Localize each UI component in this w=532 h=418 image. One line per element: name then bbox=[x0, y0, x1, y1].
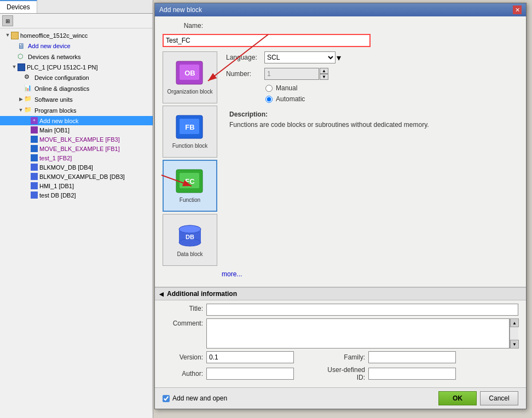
family-label: Family: bbox=[325, 353, 368, 361]
tree-item-add-new-block[interactable]: + Add new block bbox=[0, 116, 153, 125]
tree-arrow-blank bbox=[11, 43, 18, 49]
user-defined-id-input[interactable] bbox=[368, 368, 456, 380]
tree-container: ▼ homeoffice_1512c_wincc 🖥 Add new devic… bbox=[0, 28, 153, 414]
block-btn-fc[interactable]: FC Function bbox=[163, 160, 217, 212]
user-id-group: User-defined ID: bbox=[325, 366, 456, 381]
dialog-body: Name: OB Organizati bbox=[155, 16, 526, 285]
db-icon-tree bbox=[31, 164, 38, 171]
author-label: Author: bbox=[163, 370, 206, 378]
tree-item-move-blk-fb1[interactable]: MOVE_BLK_EXAMPLE [FB1] bbox=[0, 144, 153, 153]
tree-label-pb: Program blocks bbox=[34, 107, 76, 114]
ta-main bbox=[24, 127, 31, 133]
tree-item-root[interactable]: ▼ homeoffice_1512c_wincc bbox=[0, 31, 153, 40]
title-input[interactable] bbox=[206, 304, 518, 316]
family-input[interactable] bbox=[368, 351, 456, 363]
tree-label-main: Main [OB1] bbox=[39, 127, 70, 133]
version-group: Version: bbox=[163, 351, 294, 363]
fb-icon-tree3 bbox=[31, 154, 38, 161]
tree-item-devices-networks[interactable]: ⬡ Devices & networks bbox=[0, 51, 153, 62]
number-down-button[interactable]: ▼ bbox=[320, 74, 328, 80]
svg-text:FC: FC bbox=[185, 177, 195, 185]
comment-input[interactable] bbox=[206, 318, 510, 349]
fb-icon-tree2 bbox=[31, 145, 38, 152]
additional-header[interactable]: ◀ Additional information bbox=[155, 287, 526, 300]
dialog-titlebar: Add new block ✕ bbox=[155, 3, 526, 16]
folder-icon-su: 📁 bbox=[24, 95, 33, 104]
automatic-radio[interactable] bbox=[265, 96, 273, 103]
version-family-row: Version: Family: bbox=[163, 351, 518, 363]
number-row: Number: ▲ ▼ bbox=[226, 68, 518, 80]
manual-radio[interactable] bbox=[265, 85, 273, 92]
tree-label-anb[interactable]: Add new block bbox=[39, 118, 79, 124]
tree-label-td2: test DB [DB2] bbox=[39, 192, 76, 199]
add-new-open-label: Add new and open bbox=[172, 394, 227, 402]
toolbar-bar: ⊞ bbox=[0, 14, 153, 28]
tree-label-od: Online & diagnostics bbox=[34, 85, 89, 92]
tree-item-plc1[interactable]: ▼ PLC_1 [CPU 1512C-1 PN] bbox=[0, 62, 153, 72]
comment-row: Comment: ▲ ▼ bbox=[163, 318, 518, 349]
tree-label-dn: Devices & networks bbox=[28, 54, 81, 60]
block-types-area: OB Organization block FB Function bl bbox=[163, 51, 518, 266]
add-new-block-dialog: Add new block ✕ Name: O bbox=[154, 3, 527, 409]
language-label: Language: bbox=[226, 54, 264, 61]
block-list: OB Organization block FB Function bl bbox=[163, 51, 222, 266]
dialog-title: Add new block bbox=[159, 6, 202, 14]
lang-dropdown-arrow[interactable]: ▾ bbox=[337, 53, 341, 63]
folder-icon-pb: 📁 bbox=[24, 106, 33, 115]
name-input[interactable] bbox=[163, 34, 371, 47]
tab-devices[interactable]: Devices bbox=[0, 0, 37, 13]
ta-mb bbox=[24, 136, 31, 143]
svg-text:OB: OB bbox=[184, 69, 195, 77]
number-up-button[interactable]: ▲ bbox=[320, 68, 328, 74]
hmi-icon-tree bbox=[31, 182, 38, 189]
tree-arrow-root: ▼ bbox=[4, 32, 11, 39]
cancel-button[interactable]: Cancel bbox=[480, 391, 518, 405]
scroll-down[interactable]: ▼ bbox=[510, 340, 519, 349]
fb-label: Function block bbox=[172, 143, 207, 149]
ob-svg: OB bbox=[175, 60, 205, 86]
fc-svg: FC bbox=[175, 169, 205, 195]
version-label: Version: bbox=[163, 353, 206, 361]
ta-pb: ▼ bbox=[18, 107, 24, 114]
tree-item-program-blocks[interactable]: ▼ 📁 Program blocks bbox=[0, 105, 153, 116]
language-select[interactable]: SCL LAD FBD STL bbox=[264, 51, 336, 63]
tree-item-add-device[interactable]: 🖥 Add new device bbox=[0, 40, 153, 51]
name-row: Name: bbox=[163, 22, 518, 30]
tree-label-mb: MOVE_BLK_EXAMPLE [FB3] bbox=[39, 136, 120, 143]
author-input[interactable] bbox=[206, 368, 294, 380]
tree-label-mb1: MOVE_BLK_EXAMPLE [FB1] bbox=[39, 146, 120, 152]
more-link[interactable]: more... bbox=[222, 270, 518, 278]
tree-item-main[interactable]: Main [OB1] bbox=[0, 125, 153, 135]
toolbar-icon-1[interactable]: ⊞ bbox=[2, 15, 13, 26]
tree-item-test1[interactable]: test_1 [FB2] bbox=[0, 153, 153, 162]
number-input[interactable] bbox=[264, 68, 319, 80]
dialog-close-button[interactable]: ✕ bbox=[513, 5, 522, 14]
ok-button[interactable]: OK bbox=[438, 391, 477, 405]
tree-item-blkmov-db4[interactable]: BLKMOV_DB [DB4] bbox=[0, 162, 153, 172]
comment-label: Comment: bbox=[163, 318, 206, 327]
tree-item-move-blk[interactable]: MOVE_BLK_EXAMPLE [FB3] bbox=[0, 135, 153, 144]
additional-body: Title: Comment: ▲ ▼ Version: bbox=[155, 300, 526, 387]
add-new-open-checkbox[interactable] bbox=[163, 395, 170, 402]
ta-mb1 bbox=[24, 146, 31, 152]
ta-dc bbox=[18, 74, 24, 81]
tree-item-device-config[interactable]: ⚙ Device configuration bbox=[0, 72, 153, 83]
additional-collapse-icon: ◀ bbox=[159, 291, 164, 297]
title-label: Title: bbox=[163, 304, 206, 312]
tree-item-blkmov-example-db3[interactable]: BLKMOV_EXAMPLE_DB [DB3] bbox=[0, 172, 153, 181]
tree-item-online-diag[interactable]: 📊 Online & diagnostics bbox=[0, 83, 153, 94]
block-btn-db[interactable]: DB Data block bbox=[163, 214, 217, 266]
tree-item-hmi1[interactable]: HMI_1 [DB1] bbox=[0, 181, 153, 190]
comment-wrapper: ▲ ▼ bbox=[206, 318, 518, 349]
tree-label-add-device: Add new device bbox=[28, 43, 71, 49]
tree-label-dc: Device configuration bbox=[34, 74, 89, 81]
scroll-up[interactable]: ▲ bbox=[510, 318, 519, 327]
tree-item-software-units[interactable]: ▶ 📁 Software units bbox=[0, 94, 153, 105]
version-input[interactable] bbox=[206, 351, 294, 363]
plc-icon bbox=[18, 63, 25, 71]
description-section: Description: Functions are code blocks o… bbox=[226, 107, 518, 133]
tree-item-test-db2[interactable]: test DB [DB2] bbox=[0, 190, 153, 200]
block-btn-ob[interactable]: OB Organization block bbox=[163, 51, 217, 103]
devices-tab-bar: Devices bbox=[0, 0, 153, 14]
block-btn-fb[interactable]: FB Function block bbox=[163, 106, 217, 158]
